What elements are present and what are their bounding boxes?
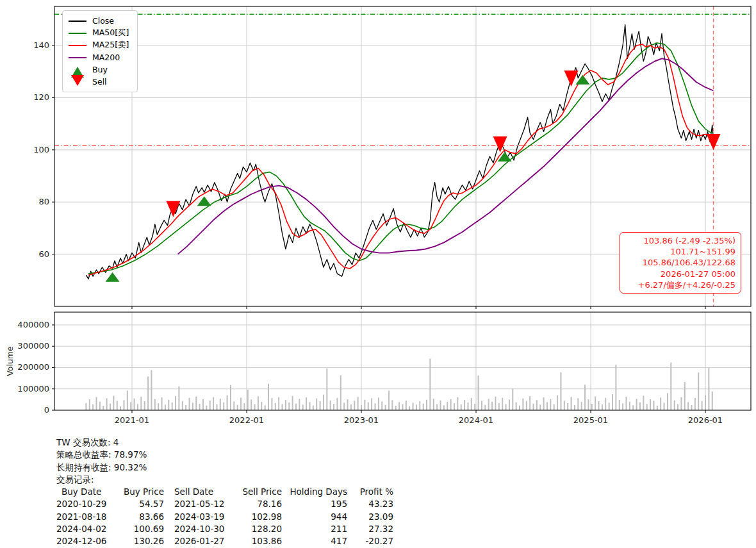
legend-item-buy: Buy [68,63,129,76]
price-annotation-box: 103.86 (-2.49 -2.35%) 101.71~151.99 105.… [620,232,741,294]
sell-triangle-icon [68,75,87,88]
svg-text:80: 80 [38,197,49,206]
trade-count-line: TW 交易次数: 4 [56,436,393,449]
legend-label: Buy [92,65,108,74]
legend-item-close: Close [68,15,129,27]
legend-item-ma50: MA50[买] [68,27,129,39]
svg-text:200000: 200000 [17,362,49,372]
svg-text:100000: 100000 [17,384,49,394]
svg-text:400000: 400000 [17,320,49,329]
svg-text:140: 140 [33,40,49,50]
trade-cell: 944 [282,511,347,523]
ma25-line-swatch [68,45,87,46]
annot-line-range: 101.71~151.99 [625,246,735,257]
strategy-return-line: 策略总收益率: 78.97% [56,449,393,461]
strategy-stats: TW 交易次数: 4 策略总收益率: 78.97% 长期持有收益: 90.32%… [56,436,393,548]
annot-line-price: 103.86 (-2.49 -2.35%) [625,235,735,246]
svg-text:60: 60 [38,249,49,259]
series-MA200 [178,58,714,254]
trade-row: 2020-10-2954.572021-05-1278.1619543.23 [56,498,393,510]
trade-col-header: Sell Price [231,486,282,498]
trade-cell: 54.57 [115,498,164,510]
trade-cell: 2024-04-02 [56,523,115,535]
trade-cell: 43.23 [347,498,393,510]
ma50-line-swatch [68,33,87,34]
svg-text:120: 120 [33,92,49,102]
annot-line-signal: +6.27/偏多/+4.26/-0.25 [625,279,735,290]
trade-cell: 211 [282,523,347,535]
chart-legend: Close MA50[买] MA25[卖] MA200 Buy Sell [62,10,138,92]
close-line-swatch [68,21,87,22]
svg-text:2022-01: 2022-01 [229,415,264,425]
trade-row: 2024-04-02100.692024-10-30128.2021127.32 [56,523,393,535]
buy-marker [106,272,120,282]
trading-strategy-chart: 6080100120140010000020000030000040000020… [0,0,756,548]
trade-cell: -20.27 [347,535,393,547]
svg-text:2026-01: 2026-01 [688,415,723,425]
trade-col-header: Sell Date [164,486,231,498]
trade-cell: 2021-05-12 [164,498,231,510]
trade-col-header: Buy Price [115,486,164,498]
trade-row: 2024-12-06130.262026-01-27103.86417-20.2… [56,535,393,547]
trade-cell: 2026-01-27 [164,535,231,547]
legend-label: Close [92,16,114,26]
trade-cell: 2024-03-19 [164,511,231,523]
svg-text:2021-01: 2021-01 [115,415,149,425]
trade-cell: 2024-12-06 [56,535,115,547]
trade-cell: 128.20 [231,523,282,535]
trade-cell: 23.09 [347,511,393,523]
buy-marker [197,196,211,206]
legend-label: MA50[买] [92,28,129,38]
legend-item-ma25: MA25[卖] [68,39,129,51]
trade-cell: 100.69 [115,523,164,535]
trade-record-title: 交易记录: [56,474,393,486]
trade-cell: 2021-08-18 [56,511,115,523]
legend-label: MA25[卖] [92,40,129,51]
trade-cell: 195 [282,498,347,510]
legend-label: MA200 [92,53,120,62]
trade-cell: 2020-10-29 [56,498,115,510]
sell-marker [707,134,721,150]
ma200-line-swatch [68,57,87,58]
legend-item-sell: Sell [68,76,129,88]
trade-col-header: Profit % [347,486,393,498]
trade-cell: 27.32 [347,523,393,535]
trade-cell: 83.66 [115,511,164,523]
legend-label: Sell [92,77,107,87]
sell-marker [166,201,180,217]
svg-text:100: 100 [33,145,49,154]
trade-cell: 130.26 [115,535,164,547]
annot-line-datetime: 2026-01-27 05:00 [625,269,735,279]
trade-col-header: Holding Days [282,486,347,498]
svg-text:2025-01: 2025-01 [573,415,608,425]
svg-text:0: 0 [44,405,49,415]
hold-return-line: 长期持有收益: 90.32% [56,461,393,474]
trade-cell: 103.86 [231,535,282,547]
trade-cell: 78.16 [231,498,282,510]
svg-text:300000: 300000 [17,341,49,351]
trade-col-header: Buy Date [56,486,115,498]
trade-row: 2021-08-1883.662024-03-19102.9894423.09 [56,511,393,523]
annot-line-mas: 105.86/106.43/122.68 [625,257,735,268]
svg-text:Volume: Volume [5,346,15,376]
trade-cell: 102.98 [231,511,282,523]
svg-text:2023-01: 2023-01 [344,415,379,425]
svg-text:2024-01: 2024-01 [459,415,493,425]
trade-cell: 2024-10-30 [164,523,231,535]
trade-history-table: Buy DateBuy PriceSell DateSell PriceHold… [56,486,393,547]
trade-cell: 417 [282,535,347,547]
trade-table-header: Buy DateBuy PriceSell DateSell PriceHold… [56,486,393,498]
